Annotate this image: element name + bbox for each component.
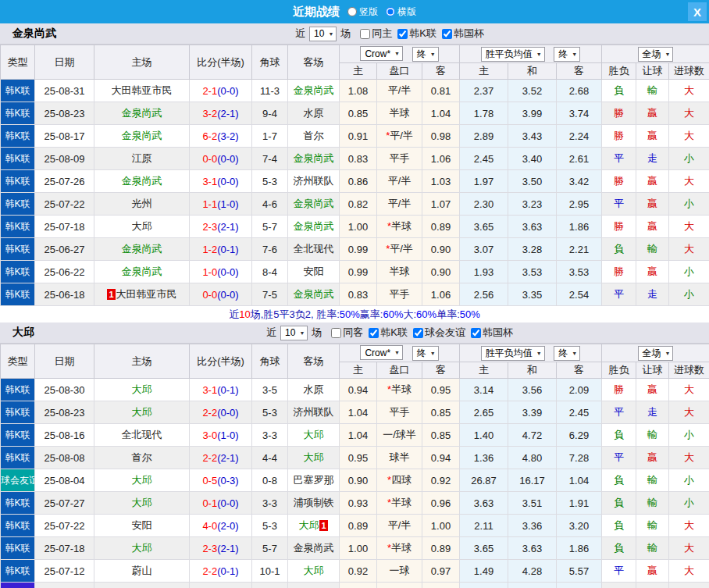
avg-final-select[interactable]: 终▼ — [554, 47, 580, 62]
chevron-down-icon: ▼ — [572, 52, 577, 57]
avg-away-cell: 1.86 — [557, 537, 602, 560]
filter-checkbox[interactable] — [360, 29, 370, 39]
match-row: 韩K联25-08-08首尔2-2(2-1)4-4大邱0.95球半0.941.36… — [1, 447, 709, 469]
avg-home-cell: 26.87 — [460, 469, 508, 492]
handicap-final-select[interactable]: 终▼ — [412, 346, 439, 361]
match-row: 韩K联25-07-18大邱2-3(2-1)5-7金泉尚武1.00*半球0.893… — [1, 537, 709, 560]
avg-odds-select[interactable]: 胜平负均值▼ — [481, 346, 545, 361]
handicap-result-cell: 輸 — [636, 424, 669, 447]
corner-cell: 3-5 — [252, 379, 288, 401]
filter-checkbox[interactable] — [471, 328, 481, 338]
handicap-result-cell: 輸 — [636, 537, 669, 560]
scope-select[interactable]: 全场▼ — [638, 47, 674, 62]
odds-home-cell: 0.92 — [340, 560, 377, 583]
chevron-down-icon: ▼ — [299, 330, 305, 336]
score-cell: 0-5(0-3) — [190, 469, 252, 492]
handicap-cell: *四球 — [377, 469, 422, 492]
league-badge: 韩K联 — [1, 102, 35, 125]
home-team-cell: 大邱 — [94, 492, 190, 515]
corner-cell: 4-6 — [252, 193, 288, 216]
away-team-cell: 金泉尚武 — [288, 216, 340, 238]
col-handicap-result: 让球 — [636, 362, 669, 379]
goals-result-cell: 小 — [669, 148, 709, 170]
home-team-cell: 大邱 — [94, 401, 190, 424]
avg-away-cell: 2.45 — [557, 401, 602, 424]
result-cell: 負 — [602, 469, 636, 492]
chevron-down-icon: ▼ — [328, 31, 333, 37]
avg-home-cell: 1.78 — [460, 102, 508, 125]
handicap-cell: 平/半 — [377, 80, 422, 102]
league-badge: 韩K联 — [1, 492, 35, 515]
filter-checkbox[interactable] — [397, 29, 408, 39]
recent-count-select[interactable]: 10▼ — [309, 27, 337, 41]
odds-away-cell: 0.97 — [422, 560, 460, 583]
chevron-down-icon: ▼ — [665, 351, 671, 356]
score-cell: 0-1(0-0) — [190, 492, 252, 515]
odds-company-select[interactable]: Crow*▼ — [360, 345, 403, 360]
avg-odds-select[interactable]: 胜平负均值▼ — [481, 47, 545, 62]
date-cell: 25-07-26 — [35, 170, 94, 193]
recent-count-select[interactable]: 10▼ — [280, 326, 308, 340]
col-score: 比分(半场) — [190, 344, 252, 379]
col-result: 胜负 — [602, 63, 636, 80]
league-badge: 韩国杯 — [1, 583, 35, 588]
corner-cell: 3-3 — [252, 583, 288, 588]
goals-result-cell: 大 — [669, 515, 709, 537]
away-team-cell: 金泉尚武 — [288, 80, 340, 102]
home-team-cell: 大邱 — [94, 583, 190, 588]
filter-group: 同客韩K联球会友谊韩国杯 — [326, 326, 513, 340]
filter-checkbox[interactable] — [369, 328, 379, 338]
date-cell: 25-07-12 — [35, 560, 94, 583]
close-button[interactable]: X — [688, 2, 707, 21]
match-row: 韩K联25-08-23金泉尚武3-2(2-1)9-4水原0.85半球1.041.… — [1, 102, 709, 125]
horizontal-radio[interactable] — [386, 7, 395, 16]
filter-checkbox[interactable] — [331, 328, 341, 338]
layout-radio-horizontal[interactable]: 横版 — [378, 5, 416, 19]
layout-radio-vertical[interactable]: 竖版 — [340, 5, 378, 19]
avg-draw-cell: 3.63 — [508, 537, 557, 560]
vertical-radio[interactable] — [347, 7, 357, 16]
away-team-cell: 浦项制铁 — [288, 492, 340, 515]
odds-away-cell: 1.03 — [422, 170, 460, 193]
corner-cell: 0-8 — [252, 469, 288, 492]
col-result: 胜负 — [602, 362, 636, 379]
avg-draw-cell: 3.63 — [508, 216, 557, 238]
avg-away-cell: 1.86 — [557, 216, 602, 238]
matches-table: 类型 日期 主场 比分(半场) 角球 客场 Crow*▼ 终▼ 胜平负均值▼ 终… — [0, 45, 709, 306]
filter-checked: 韩K联 — [369, 326, 408, 340]
home-team-cell: 江原 — [94, 148, 190, 170]
filter-checked: 韩K联 — [397, 27, 436, 41]
handicap-final-select[interactable]: 终▼ — [412, 47, 439, 62]
odds-company-select[interactable]: Crow*▼ — [360, 46, 403, 61]
avg-away-cell: 2.54 — [557, 283, 602, 306]
match-row: 韩K联25-07-26金泉尚武3-1(0-0)5-3济州联队0.86平/半1.0… — [1, 170, 709, 193]
filter-checkbox[interactable] — [442, 29, 452, 39]
home-team-cell: 大邱 — [94, 537, 190, 560]
handicap-cell: 平手 — [377, 148, 422, 170]
odds-away-cell: 0.81 — [422, 80, 460, 102]
filter-checkbox[interactable] — [413, 328, 423, 338]
handicap-cell: *平/半 — [377, 125, 422, 148]
league-badge: 韩K联 — [1, 447, 35, 469]
avg-home-cell: 2.56 — [460, 283, 508, 306]
avg-odds-header-group: 胜平负均值▼ 终▼ — [460, 344, 602, 362]
league-badge: 韩K联 — [1, 401, 35, 424]
home-team-cell: 大邱 — [94, 469, 190, 492]
scope-select[interactable]: 全场▼ — [638, 346, 674, 361]
avg-final-select[interactable]: 终▼ — [554, 346, 580, 361]
date-cell: 25-08-16 — [35, 424, 94, 447]
col-handicap-result: 让球 — [636, 63, 669, 80]
match-row: 韩K联25-07-22安阳4-0(2-0)5-3大邱10.89平/半1.002.… — [1, 515, 709, 537]
avg-away-cell: 1.04 — [557, 469, 602, 492]
date-cell: 25-06-27 — [35, 238, 94, 261]
handicap-cell: 一球 — [377, 560, 422, 583]
home-team-cell: 全北现代 — [94, 424, 190, 447]
avg-home-cell: 1.40 — [460, 424, 508, 447]
handicap-cell: 平手 — [377, 283, 422, 306]
score-cell: 1-2(0-1) — [190, 238, 252, 261]
away-team-cell: 大邱 — [288, 424, 340, 447]
recent-results-window: 近期战绩 竖版 横版 X 金泉尚武 近 10▼ 场 同主韩K联韩国杯 — [0, 0, 709, 588]
avg-home-cell: 3.65 — [460, 537, 508, 560]
avg-home-cell: 1.36 — [460, 447, 508, 469]
col-corner: 角球 — [252, 344, 288, 379]
